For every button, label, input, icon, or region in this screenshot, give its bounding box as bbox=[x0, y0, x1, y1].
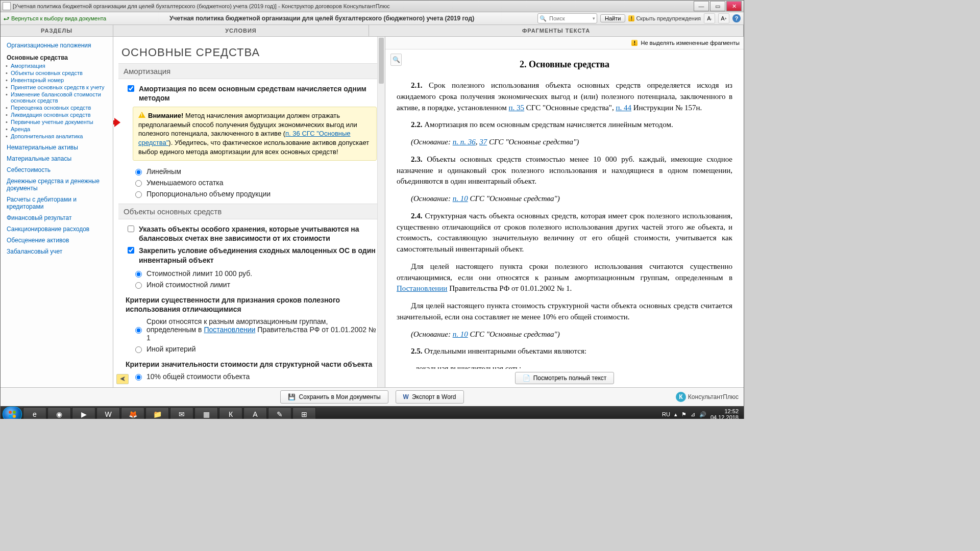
sidebar-link[interactable]: Нематериальные активы bbox=[1, 142, 113, 153]
taskbar-consultant[interactable]: К bbox=[219, 407, 242, 419]
option-amort-all: Амортизация по всем основным средствам н… bbox=[126, 84, 377, 103]
radio-reducing-label: Уменьшаемого остатка bbox=[146, 179, 224, 187]
radio-group-terms: Сроки относятся к разным амортизационным… bbox=[133, 316, 377, 355]
sidebar-sub-item[interactable]: Принятие основных средств к учету bbox=[11, 84, 113, 91]
radio-term-groups-label: Сроки относятся к разным амортизационным… bbox=[146, 317, 377, 342]
sidebar-link[interactable]: Обесценение активов bbox=[1, 235, 113, 246]
radio-cost-other[interactable] bbox=[135, 282, 142, 289]
radio-reducing[interactable] bbox=[135, 180, 142, 187]
ref-link[interactable]: п. 44 bbox=[616, 104, 631, 112]
sidebar-link[interactable]: Материальные запасы bbox=[1, 153, 113, 164]
attention-arrow-icon bbox=[113, 118, 120, 127]
checkbox-amort-all[interactable] bbox=[128, 85, 134, 92]
checkbox-special-objects[interactable] bbox=[128, 226, 134, 232]
sidebar-sub-item[interactable]: Аренда bbox=[11, 126, 113, 133]
search-box[interactable]: 🔍 ▾ bbox=[537, 13, 597, 23]
radio-term-groups[interactable] bbox=[135, 327, 142, 334]
ref-link[interactable]: 37 bbox=[479, 138, 487, 146]
view-full-text-button[interactable]: 📄 Посмотреть полный текст bbox=[515, 372, 615, 384]
taskbar-mail[interactable]: ✉ bbox=[170, 407, 193, 419]
hide-warnings-button[interactable]: ! Скрыть предупреждения bbox=[628, 15, 701, 21]
taskbar-pdf[interactable]: A bbox=[243, 407, 267, 419]
warning-triangle-icon bbox=[138, 112, 145, 118]
section-objects: Объекты основных средств bbox=[118, 204, 380, 219]
help-button[interactable]: ? bbox=[732, 14, 741, 22]
sidebar-link[interactable]: Себестоимость bbox=[1, 164, 113, 176]
sidebar-sub-item[interactable]: Ликвидация основных средств bbox=[11, 111, 113, 118]
taskbar-app[interactable]: ▦ bbox=[194, 407, 218, 419]
decree-link[interactable]: Постановлении bbox=[204, 325, 255, 334]
conditions-scrollbar[interactable] bbox=[377, 37, 385, 387]
sidebar-section-os[interactable]: Основные средства bbox=[1, 51, 113, 62]
taskbar-firefox[interactable]: 🦊 bbox=[121, 407, 144, 419]
radio-proportional[interactable] bbox=[135, 191, 142, 198]
sidebar-sub-item[interactable]: Дополнительная аналитика bbox=[11, 133, 113, 140]
tray-clock[interactable]: 12:52 04.12.2018 bbox=[710, 408, 739, 419]
save-label: Сохранить в Мои документы bbox=[299, 393, 380, 400]
tray-network-icon[interactable]: ⊿ bbox=[691, 411, 695, 418]
checkbox-combine[interactable] bbox=[128, 247, 134, 254]
back-label: Вернуться к выбору вида документа bbox=[11, 15, 106, 21]
action-bar: 💾Сохранить в Мои документы WЭкспорт в Wo… bbox=[1, 387, 744, 406]
criteria-title: Критерии существенности для признания ср… bbox=[126, 295, 377, 314]
tray-flag-icon[interactable]: ⚑ bbox=[681, 411, 687, 418]
taskbar-word[interactable]: W bbox=[96, 407, 120, 419]
sidebar-sub-item[interactable]: Амортизация bbox=[11, 62, 113, 69]
sidebar-sub-item[interactable]: Изменение балансовой стоимости основных … bbox=[11, 91, 113, 104]
maximize-button[interactable]: ▭ bbox=[710, 1, 725, 11]
sidebar-sub-item[interactable]: Переоценка основных средств bbox=[11, 104, 113, 111]
radio-term-other[interactable] bbox=[135, 346, 142, 353]
save-icon: 💾 bbox=[288, 393, 296, 400]
ref-link[interactable]: Постановлении bbox=[397, 284, 447, 292]
search-input[interactable] bbox=[548, 15, 591, 21]
ref-link[interactable]: п. 10 bbox=[453, 330, 468, 338]
radio-cost-other-label: Иной стоимостной лимит bbox=[146, 281, 230, 289]
find-button[interactable]: Найти bbox=[600, 14, 625, 22]
warning-text-2: ). Убедитесь, что фактическое использова… bbox=[138, 139, 369, 156]
font-decrease-button[interactable]: A- bbox=[704, 13, 715, 23]
taskbar-chrome[interactable]: ◉ bbox=[47, 407, 71, 419]
close-button[interactable]: ✕ bbox=[726, 1, 742, 11]
taskbar-media[interactable]: ▶ bbox=[72, 407, 95, 419]
search-dropdown-icon[interactable]: ▾ bbox=[591, 16, 597, 21]
minimize-button[interactable]: — bbox=[694, 1, 709, 11]
tray-volume-icon[interactable]: 🔊 bbox=[699, 411, 706, 418]
fragment-content: 2. Основные средства 2.1. Срок полезного… bbox=[385, 49, 744, 369]
sidebar-link[interactable]: Финансовый результат bbox=[1, 212, 113, 223]
font-increase-button[interactable]: A+ bbox=[718, 13, 729, 23]
sidebar-link[interactable]: Денежные средства и денежные документы bbox=[1, 176, 113, 194]
tray-lang[interactable]: RU bbox=[662, 411, 670, 417]
save-button[interactable]: 💾Сохранить в Мои документы bbox=[280, 390, 388, 404]
sidebar-link[interactable]: Расчеты с дебиторами и кредиторами bbox=[1, 194, 113, 212]
fragment-heading: 2. Основные средства bbox=[397, 58, 732, 71]
ref-link[interactable]: п. 35 bbox=[509, 104, 525, 112]
taskbar-app3[interactable]: ⊞ bbox=[292, 407, 316, 419]
ref-link[interactable]: п. п. 36 bbox=[453, 138, 476, 146]
start-button[interactable] bbox=[3, 407, 22, 419]
significance-title: Критерии значительности стоимости для ст… bbox=[126, 360, 377, 369]
sidebar-sub-item[interactable]: Инвентарный номер bbox=[11, 77, 113, 84]
sidebar-link-org[interactable]: Организационные положения bbox=[1, 40, 113, 51]
zoom-fragment-icon[interactable]: 🔍 bbox=[390, 54, 402, 66]
sidebar-link[interactable]: Санкционирование расходов bbox=[1, 223, 113, 235]
radio-cost-10000[interactable] bbox=[135, 271, 142, 278]
search-icon: 🔍 bbox=[538, 15, 548, 22]
taskbar-explorer[interactable]: 📁 bbox=[145, 407, 169, 419]
sidebar-sub-item[interactable]: Объекты основных средств bbox=[11, 69, 113, 77]
taskbar-ie[interactable]: e bbox=[23, 407, 46, 419]
no-highlight-toggle[interactable]: Не выделять измененные фрагменты bbox=[641, 40, 740, 46]
prev-section-button[interactable]: ⮜ bbox=[116, 374, 129, 384]
fragments-toolbar: ! Не выделять измененные фрагменты bbox=[385, 37, 744, 49]
taskbar-app2[interactable]: ✎ bbox=[268, 407, 291, 419]
tray-arrow-icon[interactable]: ▴ bbox=[674, 411, 677, 418]
app-icon bbox=[3, 2, 11, 10]
highlight-icon: ! bbox=[631, 40, 638, 46]
ref-link[interactable]: п. 10 bbox=[453, 194, 468, 203]
radio-linear[interactable] bbox=[135, 169, 142, 176]
sidebar-sub-item[interactable]: Первичные учетные документы bbox=[11, 118, 113, 126]
sidebar-link[interactable]: Забалансовый учет bbox=[1, 246, 113, 257]
export-word-button[interactable]: WЭкспорт в Word bbox=[396, 390, 464, 404]
radio-group-significance: 10% общей стоимости объекта bbox=[133, 371, 377, 382]
back-button[interactable]: ⮐ Вернуться к выбору вида документа bbox=[4, 15, 106, 21]
radio-sig-10pct[interactable] bbox=[135, 374, 142, 381]
